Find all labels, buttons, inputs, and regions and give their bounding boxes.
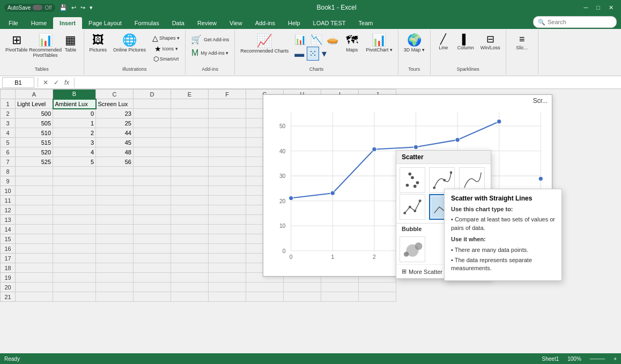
tab-view[interactable]: View bbox=[223, 17, 249, 29]
cell-b3[interactable]: 1 bbox=[53, 118, 96, 128]
zoom-slider[interactable]: ──── bbox=[590, 356, 605, 362]
sheet-tab[interactable]: Sheet1 bbox=[542, 356, 559, 362]
pivot-table-button[interactable]: ⊞ PivotTable bbox=[3, 33, 30, 54]
col-header-d[interactable]: D bbox=[134, 90, 171, 99]
3d-map-button[interactable]: 🌍 3D Map ▾ bbox=[402, 33, 427, 54]
bar-chart-icon[interactable]: ▬ bbox=[293, 48, 306, 60]
tab-home[interactable]: Home bbox=[25, 17, 53, 29]
my-addins-button[interactable]: M My Add-ins ▾ bbox=[189, 47, 231, 59]
tab-formulas[interactable]: Formulas bbox=[128, 17, 166, 29]
line-sparkline-button[interactable]: ╱ Line bbox=[434, 33, 453, 51]
cell-f2[interactable] bbox=[209, 109, 246, 118]
cell-a2[interactable]: 500 bbox=[16, 109, 53, 118]
save-icon[interactable]: 💾 bbox=[60, 4, 67, 11]
cell-e7[interactable] bbox=[171, 157, 209, 167]
line-chart-icon[interactable]: 📉 bbox=[309, 33, 324, 46]
tab-load-test[interactable]: LOAD TEST bbox=[307, 17, 352, 29]
cell-e5[interactable] bbox=[171, 138, 209, 147]
cell-e6[interactable] bbox=[171, 147, 209, 157]
cell-e1[interactable] bbox=[171, 99, 209, 109]
recommended-charts-button[interactable]: 📈 Recommended Charts bbox=[238, 33, 291, 55]
cell-f3[interactable] bbox=[209, 118, 246, 128]
cell-reference[interactable] bbox=[2, 77, 34, 88]
maps-button[interactable]: 🗺 Maps bbox=[342, 33, 361, 54]
cell-b2[interactable]: 0 bbox=[53, 109, 96, 118]
tab-addins[interactable]: Add-ins bbox=[249, 17, 282, 29]
scatter-only-markers-item[interactable] bbox=[400, 167, 425, 193]
undo-icon[interactable]: ↩ bbox=[71, 4, 76, 11]
cell-a1[interactable]: Light Level bbox=[16, 99, 53, 109]
scatter-straight-lines-markers-item[interactable] bbox=[400, 194, 425, 220]
redo-icon[interactable]: ↪ bbox=[80, 4, 85, 11]
close-icon[interactable]: ✕ bbox=[605, 4, 617, 11]
col-header-e[interactable]: E bbox=[171, 90, 209, 99]
cell-a7[interactable]: 525 bbox=[16, 157, 53, 167]
cell-c6[interactable]: 48 bbox=[96, 147, 134, 157]
col-header-f[interactable]: F bbox=[209, 90, 246, 99]
other-chart-icon[interactable]: ▾ bbox=[320, 47, 328, 60]
tab-page-layout[interactable]: Page Layout bbox=[82, 17, 128, 29]
cell-c5[interactable]: 45 bbox=[96, 138, 134, 147]
pie-chart-icon[interactable]: 🥧 bbox=[325, 33, 340, 46]
cancel-formula-icon[interactable]: ✕ bbox=[41, 79, 50, 86]
bubble-chart-item[interactable] bbox=[400, 236, 425, 262]
cell-f7[interactable] bbox=[209, 157, 246, 167]
cell-c3[interactable]: 25 bbox=[96, 118, 134, 128]
col-header-a[interactable]: A bbox=[16, 90, 53, 99]
cell-d4[interactable] bbox=[134, 128, 171, 138]
cell-c1[interactable]: Screen Lux bbox=[96, 99, 134, 109]
recommended-pivottables-button[interactable]: 📊 Recommended PivotTables bbox=[32, 33, 59, 59]
cell-d6[interactable] bbox=[134, 147, 171, 157]
column-chart-icon[interactable]: 📊 bbox=[293, 33, 308, 46]
cell-d3[interactable] bbox=[134, 118, 171, 128]
slicer-button[interactable]: ≡ Slic... bbox=[512, 33, 531, 51]
tab-file[interactable]: File bbox=[2, 17, 25, 29]
shapes-button[interactable]: △ Shapes ▾ bbox=[150, 33, 182, 43]
col-header-b[interactable]: B bbox=[53, 90, 96, 99]
confirm-formula-icon[interactable]: ✓ bbox=[52, 79, 61, 86]
smartart-button[interactable]: ⬡ SmartArt bbox=[150, 55, 182, 63]
maximize-icon[interactable]: □ bbox=[593, 4, 603, 11]
cell-e3[interactable] bbox=[171, 118, 209, 128]
cell-b4[interactable]: 2 bbox=[53, 128, 96, 138]
cell-d5[interactable] bbox=[134, 138, 171, 147]
get-addins-button[interactable]: 🛒 Get Add-ins bbox=[189, 33, 231, 46]
status-zoom[interactable]: 100% bbox=[567, 356, 581, 362]
cell-a5[interactable]: 515 bbox=[16, 138, 53, 147]
insert-function-icon[interactable]: fx bbox=[63, 79, 71, 86]
cell-b6[interactable]: 4 bbox=[53, 147, 96, 157]
cell-b5[interactable]: 3 bbox=[53, 138, 96, 147]
zoom-in-icon[interactable]: + bbox=[613, 356, 617, 362]
online-pictures-button[interactable]: 🌐 Online Pictures bbox=[111, 33, 148, 54]
cell-f1[interactable] bbox=[209, 99, 246, 109]
search-input[interactable] bbox=[548, 19, 612, 25]
scatter-chart-icon[interactable]: ⁙ bbox=[307, 47, 319, 61]
cell-a3[interactable]: 505 bbox=[16, 118, 53, 128]
cell-c4[interactable]: 44 bbox=[96, 128, 134, 138]
cell-f4[interactable] bbox=[209, 128, 246, 138]
cell-c7[interactable]: 56 bbox=[96, 157, 134, 167]
pictures-button[interactable]: 🖼 Pictures bbox=[87, 33, 109, 54]
icons-button[interactable]: ★ Icons ▾ bbox=[150, 44, 182, 54]
table-button[interactable]: ▦ Table bbox=[61, 33, 80, 54]
cell-b1[interactable]: Ambient Lux bbox=[53, 99, 96, 109]
quick-access-more[interactable]: ▾ bbox=[90, 4, 93, 11]
cell-c2[interactable]: 23 bbox=[96, 109, 134, 118]
cell-f6[interactable] bbox=[209, 147, 246, 157]
minimize-icon[interactable]: ─ bbox=[581, 4, 592, 11]
cell-d2[interactable] bbox=[134, 109, 171, 118]
col-header-c[interactable]: C bbox=[96, 90, 134, 99]
tab-team[interactable]: Team bbox=[352, 17, 380, 29]
cell-e2[interactable] bbox=[171, 109, 209, 118]
cell-d7[interactable] bbox=[134, 157, 171, 167]
cell-e4[interactable] bbox=[171, 128, 209, 138]
pivot-chart-button[interactable]: 📊 PivotChart ▾ bbox=[364, 33, 395, 54]
column-sparkline-button[interactable]: ▌ Column bbox=[455, 33, 476, 51]
win-loss-button[interactable]: ⊟ Win/Loss bbox=[478, 33, 502, 51]
tab-insert[interactable]: Insert bbox=[53, 17, 82, 29]
tab-data[interactable]: Data bbox=[166, 17, 191, 29]
autosave-toggle[interactable]: AutoSave Off bbox=[4, 4, 55, 12]
cell-d1[interactable] bbox=[134, 99, 171, 109]
formula-input[interactable]: Ambient Lux bbox=[78, 79, 619, 86]
cell-a4[interactable]: 510 bbox=[16, 128, 53, 138]
